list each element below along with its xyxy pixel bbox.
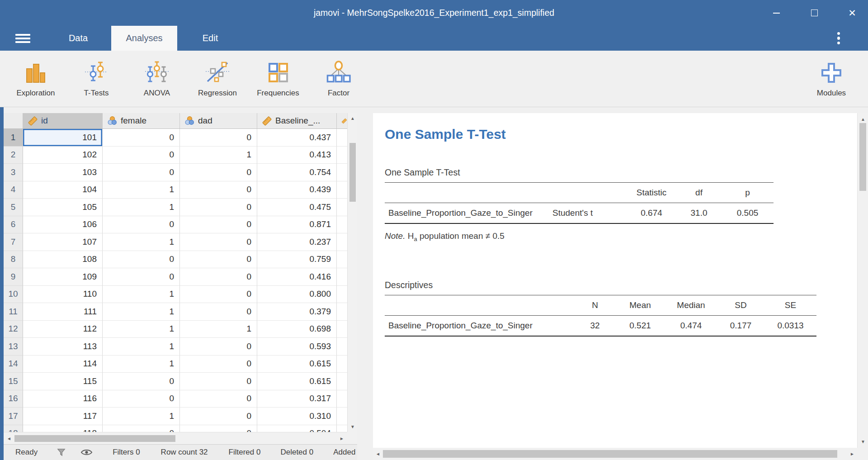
pane-splitter[interactable]	[357, 107, 373, 460]
cell[interactable]: 0.237	[257, 233, 337, 251]
ttest-table[interactable]: Statistic df p Baseline_Proportion_Gaze_…	[385, 182, 774, 224]
cell[interactable]: 1	[103, 286, 180, 304]
scroll-up-arrow-icon[interactable]: ▲	[861, 117, 865, 122]
cell[interactable]: 115	[23, 373, 103, 390]
ribbon-item-anova[interactable]: ANOVA	[127, 51, 187, 107]
row-number[interactable]: 5	[4, 199, 23, 216]
cell[interactable]: 0.759	[257, 251, 337, 269]
ribbon-item-t-tests[interactable]: T-Tests	[66, 51, 127, 107]
cell[interactable]	[337, 408, 347, 425]
cell[interactable]	[337, 425, 347, 432]
row-number[interactable]: 11	[4, 303, 23, 321]
cell[interactable]: 0	[103, 268, 180, 286]
cell[interactable]: 0.310	[257, 408, 337, 425]
cell[interactable]: 0	[180, 338, 257, 356]
ribbon-item-frequencies[interactable]: Frequencies	[248, 51, 308, 107]
sheet-hscroll-thumb[interactable]	[14, 435, 175, 442]
cell[interactable]: 0	[180, 373, 257, 390]
filter-funnel-icon[interactable]	[57, 448, 66, 457]
cell[interactable]	[337, 199, 347, 216]
cell[interactable]: 0.317	[257, 390, 337, 408]
scroll-right-arrow-icon[interactable]: ►	[340, 436, 344, 441]
cell[interactable]: 109	[23, 268, 103, 286]
results-vscroll-thumb[interactable]	[859, 123, 866, 191]
cell[interactable]	[337, 286, 347, 304]
cell[interactable]: 106	[23, 216, 103, 234]
cell[interactable]: 0.593	[257, 338, 337, 356]
cell[interactable]: 0.416	[257, 268, 337, 286]
cell[interactable]	[337, 181, 347, 199]
hamburger-menu-button[interactable]	[0, 26, 45, 51]
row-number[interactable]: 1	[4, 129, 23, 147]
cell[interactable]: 0.615	[257, 373, 337, 390]
cell[interactable]: 0	[180, 181, 257, 199]
ribbon-item-factor[interactable]: Factor	[308, 51, 369, 107]
cell[interactable]	[337, 164, 347, 181]
cell[interactable]: 0	[103, 373, 180, 390]
cell[interactable]: 110	[23, 286, 103, 304]
cell[interactable]	[337, 233, 347, 251]
cell[interactable]: 0	[103, 147, 180, 164]
cell[interactable]: 1	[103, 303, 180, 321]
cell[interactable]: 0.504	[257, 425, 337, 432]
cell[interactable]: 0	[180, 233, 257, 251]
cell[interactable]: 1	[103, 408, 180, 425]
cell[interactable]: 0	[180, 390, 257, 408]
cell[interactable]: 0	[180, 216, 257, 234]
cell[interactable]: 0	[180, 268, 257, 286]
cell[interactable]: 0	[180, 129, 257, 147]
cell[interactable]	[337, 251, 347, 269]
scroll-right-arrow-icon[interactable]: ►	[850, 451, 854, 456]
descriptives-table[interactable]: N Mean Median SD SE Baseline_Proportion_…	[385, 295, 816, 337]
ribbon-item-regression[interactable]: Regression	[187, 51, 248, 107]
cell[interactable]: 0	[103, 425, 180, 432]
cell[interactable]: 0.439	[257, 181, 337, 199]
cell[interactable]: 0.413	[257, 147, 337, 164]
cell[interactable]	[337, 216, 347, 234]
cell[interactable]: 117	[23, 408, 103, 425]
cell[interactable]: 114	[23, 356, 103, 373]
results-horizontal-scrollbar[interactable]: ◄ ►	[373, 448, 857, 460]
maximize-button[interactable]	[808, 7, 820, 19]
cell[interactable]: 1	[180, 321, 257, 338]
row-number[interactable]: 17	[4, 408, 23, 425]
cell[interactable]: 105	[23, 199, 103, 216]
cell[interactable]: 103	[23, 164, 103, 181]
cell[interactable]: 0	[180, 164, 257, 181]
cell[interactable]	[337, 373, 347, 390]
cell[interactable]: 104	[23, 181, 103, 199]
results-vertical-scrollbar[interactable]: ▲ ▼	[857, 113, 868, 448]
scroll-left-arrow-icon[interactable]: ◄	[376, 451, 380, 456]
cell[interactable]	[337, 356, 347, 373]
cell[interactable]: 0	[180, 408, 257, 425]
scroll-up-arrow-icon[interactable]: ▲	[350, 116, 355, 121]
row-number[interactable]: 16	[4, 390, 23, 408]
row-number[interactable]: 12	[4, 321, 23, 338]
column-header-dad[interactable]: dad	[180, 113, 257, 128]
cell[interactable]: 0	[103, 164, 180, 181]
cell[interactable]	[337, 147, 347, 164]
cell[interactable]: 1	[103, 321, 180, 338]
cell[interactable]: 0	[180, 356, 257, 373]
corner-cell[interactable]	[4, 113, 23, 128]
cell[interactable]	[337, 268, 347, 286]
column-header-id[interactable]: id	[23, 113, 103, 128]
cell[interactable]: 0.615	[257, 356, 337, 373]
sheet-horizontal-scrollbar[interactable]: ◄ ►	[4, 432, 347, 444]
row-number[interactable]: 8	[4, 251, 23, 269]
cell[interactable]: 0.871	[257, 216, 337, 234]
minimize-button[interactable]	[770, 7, 782, 19]
row-number[interactable]: 2	[4, 147, 23, 164]
cell[interactable]: 1	[103, 233, 180, 251]
tab-analyses[interactable]: Analyses	[111, 26, 177, 51]
row-number[interactable]: 6	[4, 216, 23, 234]
scroll-down-arrow-icon[interactable]: ▼	[350, 424, 355, 429]
column-header-partial[interactable]	[337, 113, 347, 128]
cell[interactable]: 0	[180, 286, 257, 304]
cell[interactable]: 0.800	[257, 286, 337, 304]
scroll-left-arrow-icon[interactable]: ◄	[7, 436, 11, 441]
cell[interactable]: 113	[23, 338, 103, 356]
row-number[interactable]: 15	[4, 373, 23, 390]
cell[interactable]: 0.698	[257, 321, 337, 338]
cell[interactable]	[337, 321, 347, 338]
